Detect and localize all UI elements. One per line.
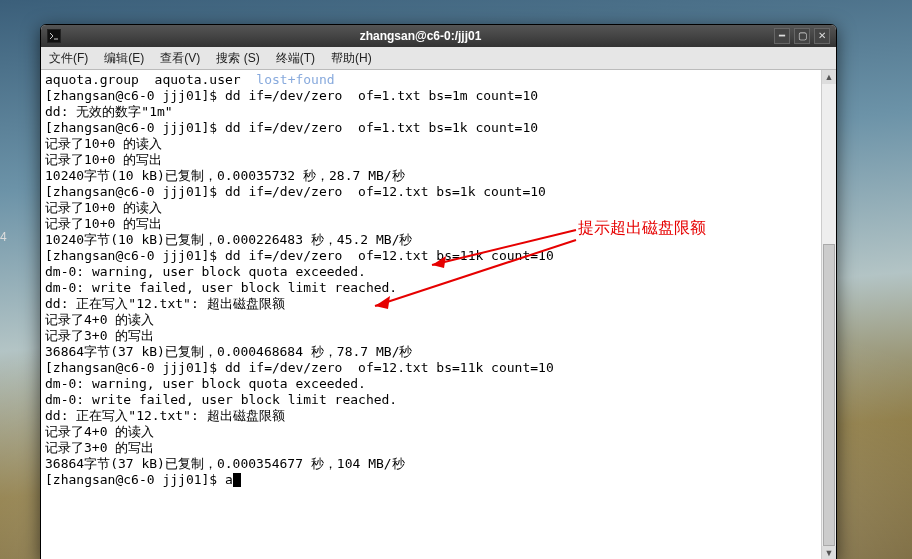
terminal-window: zhangsan@c6-0:/jjj01 ━ ▢ ✕ 文件(F) 编辑(E) 查… <box>40 24 837 559</box>
menu-view[interactable]: 查看(V) <box>152 50 208 67</box>
scroll-down-button[interactable]: ▼ <box>822 546 836 559</box>
menu-edit[interactable]: 编辑(E) <box>96 50 152 67</box>
desktop-label: 4 <box>0 230 7 244</box>
scroll-up-button[interactable]: ▲ <box>822 70 836 84</box>
svg-rect-0 <box>48 30 60 42</box>
terminal-output: aquota.group aquota.user lost+found [zha… <box>41 70 836 490</box>
minimize-button[interactable]: ━ <box>774 28 790 44</box>
close-button[interactable]: ✕ <box>814 28 830 44</box>
cursor <box>233 473 241 487</box>
window-title: zhangsan@c6-0:/jjj01 <box>67 29 774 43</box>
annotation-label: 提示超出磁盘限额 <box>578 218 706 239</box>
scroll-thumb[interactable] <box>823 244 835 546</box>
desktop: 4 zhangsan@c6-0:/jjj01 ━ ▢ ✕ 文件(F) 编辑(E)… <box>0 0 912 559</box>
terminal-area[interactable]: aquota.group aquota.user lost+found [zha… <box>41 70 836 559</box>
menu-search[interactable]: 搜索 (S) <box>208 50 267 67</box>
menubar: 文件(F) 编辑(E) 查看(V) 搜索 (S) 终端(T) 帮助(H) <box>41 47 836 70</box>
scrollbar[interactable]: ▲ ▼ <box>821 70 836 559</box>
menu-help[interactable]: 帮助(H) <box>323 50 380 67</box>
lost-found: lost+found <box>256 72 334 87</box>
menu-terminal[interactable]: 终端(T) <box>268 50 323 67</box>
titlebar[interactable]: zhangsan@c6-0:/jjj01 ━ ▢ ✕ <box>41 25 836 47</box>
maximize-button[interactable]: ▢ <box>794 28 810 44</box>
menu-file[interactable]: 文件(F) <box>41 50 96 67</box>
terminal-icon <box>47 29 61 43</box>
